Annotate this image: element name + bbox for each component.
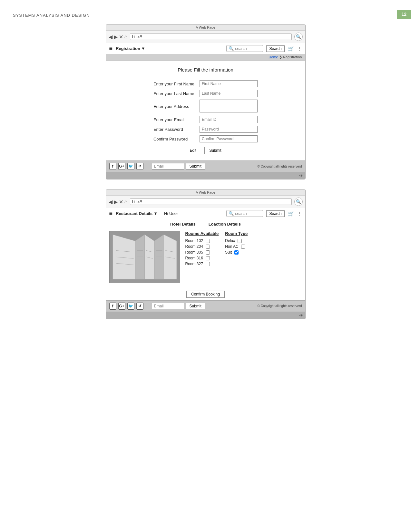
- share-icon-2[interactable]: ↺: [136, 303, 143, 310]
- more-icon-1[interactable]: ⋮: [298, 46, 302, 51]
- footer-copyright-1: © Copyright all rights reserverd: [258, 165, 302, 168]
- room-327-checkbox[interactable]: [206, 262, 210, 266]
- label-password: Enter Password: [151, 124, 197, 134]
- breadcrumb-1: Home ❯ Registration: [106, 54, 305, 61]
- close-icon[interactable]: ✕: [119, 34, 123, 40]
- hi-user-text: Hi User: [164, 211, 178, 216]
- browser-nav-icons-2: ◀ ▶ ✕ ⌂: [109, 199, 128, 205]
- input-address[interactable]: [200, 100, 258, 112]
- nav-bar-2: ≡ Restaurant Details ▼ Hi User 🔍 Search …: [106, 208, 305, 219]
- svg-marker-3: [145, 235, 154, 279]
- browser-url-bar-2: ◀ ▶ ✕ ⌂ 🔍: [106, 196, 305, 208]
- input-first-name[interactable]: [200, 80, 258, 87]
- search-icon-1: 🔍: [229, 46, 234, 51]
- input-confirm-password[interactable]: [200, 135, 258, 142]
- room-list: Room 102 Room 204 Room 305 Room 316: [185, 238, 219, 266]
- forward-icon-2[interactable]: ▶: [114, 199, 118, 205]
- suit-checkbox[interactable]: [234, 250, 239, 255]
- search-input-1[interactable]: [235, 46, 261, 51]
- room-327-label: Room 327: [185, 262, 203, 266]
- facebook-icon[interactable]: f: [109, 163, 116, 170]
- hotel-details-columns: Rooms Available Room 102 Room 204 Room 3…: [185, 231, 248, 283]
- list-item: Room 204: [185, 244, 219, 249]
- form-row-address: Enter your Address: [151, 98, 260, 115]
- twitter-icon-2[interactable]: 🐦: [127, 303, 134, 310]
- room-305-label: Room 305: [185, 250, 203, 255]
- footer-submit-btn-2[interactable]: Submit: [186, 303, 205, 309]
- footer-copyright-2: © Copyright all rights reserverd: [258, 304, 302, 308]
- footer-email-input-1[interactable]: [152, 163, 184, 169]
- search-button-1[interactable]: Search: [266, 45, 284, 52]
- submit-button-1[interactable]: Submit: [204, 147, 226, 154]
- page-title: SYSTEMS ANALYSIS AND DESIGN: [13, 13, 398, 18]
- back-icon[interactable]: ◀: [109, 34, 113, 40]
- list-item: Room 102: [185, 238, 219, 243]
- browser-footer-1: f G+ 🐦 ↺ Submit © Copyright all rights r…: [106, 160, 305, 172]
- nav-menu-label-1: Registration: [116, 46, 140, 51]
- form-row-confirm-password: Confirm Password: [151, 134, 260, 144]
- input-password[interactable]: [200, 126, 258, 133]
- nav-dropdown-arrow-2: ▼: [153, 211, 158, 216]
- facebook-icon-2[interactable]: f: [109, 303, 116, 310]
- room-316-checkbox[interactable]: [206, 256, 210, 260]
- room-102-checkbox[interactable]: [206, 239, 210, 243]
- browser-search-btn-2[interactable]: 🔍: [294, 198, 303, 206]
- room-type-column: Room Type Delux Non AC Suit: [225, 231, 248, 283]
- list-item: Room 327: [185, 262, 219, 266]
- nav-search-box-1: 🔍: [226, 45, 263, 52]
- search-icon-2: 🔍: [229, 211, 234, 216]
- google-plus-icon[interactable]: G+: [118, 163, 125, 170]
- footer-submit-btn-1[interactable]: Submit: [186, 163, 205, 169]
- confirm-booking-button[interactable]: Confirm Booking: [186, 291, 225, 298]
- rooms-available-column: Rooms Available Room 102 Room 204 Room 3…: [185, 231, 219, 283]
- hamburger-icon-2[interactable]: ≡: [109, 210, 113, 217]
- close-icon-2[interactable]: ✕: [119, 199, 123, 205]
- search-button-2[interactable]: Search: [266, 210, 284, 217]
- input-last-name[interactable]: [200, 90, 258, 97]
- browser-search-btn-1[interactable]: 🔍: [294, 33, 303, 41]
- footer-email-input-2[interactable]: [152, 303, 184, 309]
- nav-menu-registration[interactable]: Registration ▼: [116, 46, 145, 51]
- registration-form-table: Enter your First Name Enter your Last Na…: [151, 79, 260, 144]
- hotel-heading: Hotel Details: [170, 222, 196, 227]
- browser-mockup-1: A Web Page ◀ ▶ ✕ ⌂ 🔍 ≡ Registration ▼ 🔍 …: [106, 24, 306, 179]
- home-icon-2[interactable]: ⌂: [124, 199, 128, 205]
- share-icon[interactable]: ↺: [136, 163, 143, 170]
- cart-icon-2[interactable]: 🛒: [288, 210, 294, 217]
- browser-url-bar-1: ◀ ▶ ✕ ⌂ 🔍: [106, 31, 305, 43]
- form-heading-1: Please Fill the information: [109, 67, 302, 73]
- search-input-2[interactable]: [235, 211, 261, 216]
- home-icon[interactable]: ⌂: [124, 34, 128, 40]
- nav-menu-restaurant[interactable]: Restaurant Details ▼: [116, 211, 158, 216]
- form-buttons-1: Edit Submit: [109, 147, 302, 154]
- edit-button[interactable]: Edit: [185, 147, 201, 154]
- location-heading: Loaction Details: [209, 222, 241, 227]
- hamburger-icon-1[interactable]: ≡: [109, 45, 113, 52]
- google-plus-icon-2[interactable]: G+: [118, 303, 125, 310]
- hotel-section-headers: Hotel Details Loaction Details: [106, 219, 305, 228]
- list-item: Room 305: [185, 250, 219, 255]
- rooms-available-heading: Rooms Available: [185, 231, 219, 236]
- breadcrumb-home-link[interactable]: Home: [269, 55, 278, 59]
- room-305-checkbox[interactable]: [206, 250, 210, 255]
- non-ac-checkbox[interactable]: [241, 245, 245, 249]
- back-icon-2[interactable]: ◀: [109, 199, 113, 205]
- delux-checkbox[interactable]: [238, 239, 242, 243]
- label-last-name: Enter your Last Name: [151, 89, 197, 98]
- registration-form-content: Please Fill the information Enter your F…: [106, 61, 305, 160]
- nav-bar-1: ≡ Registration ▼ 🔍 Search 🛒 ⋮: [106, 43, 305, 54]
- room-204-label: Room 204: [185, 244, 203, 249]
- url-input-2[interactable]: [130, 198, 291, 205]
- browser-title-bar-1: A Web Page: [106, 24, 305, 31]
- list-item: Non AC: [225, 244, 248, 249]
- cart-icon-1[interactable]: 🛒: [288, 45, 294, 52]
- room-204-checkbox[interactable]: [206, 245, 210, 249]
- label-confirm-password: Confirm Password: [151, 134, 197, 144]
- url-input-1[interactable]: [130, 34, 291, 40]
- label-first-name: Enter your First Name: [151, 79, 197, 89]
- input-email[interactable]: [200, 116, 258, 123]
- forward-icon[interactable]: ▶: [114, 34, 118, 40]
- twitter-icon[interactable]: 🐦: [127, 163, 134, 170]
- more-icon-2[interactable]: ⋮: [298, 211, 302, 216]
- hotel-image: [109, 231, 180, 283]
